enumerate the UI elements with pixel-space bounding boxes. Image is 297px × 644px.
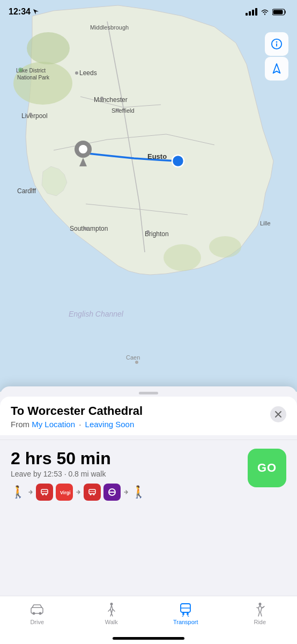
svg-rect-46 xyxy=(39,486,50,498)
svg-rect-45 xyxy=(273,10,283,14)
svg-text:Cardiff: Cardiff xyxy=(17,187,36,195)
drive-tab-icon xyxy=(30,603,44,617)
svg-text:Caen: Caen xyxy=(126,354,140,361)
svg-point-74 xyxy=(258,603,261,605)
destination-header: To Worcester Cathedral From My Location … xyxy=(0,397,297,435)
route-info: 2 hrs 50 min Leave by 12:53 · 0.8 mi wal… xyxy=(0,440,297,509)
virgin-trains-badge: Virgin xyxy=(56,484,73,501)
svg-point-2 xyxy=(27,32,70,64)
go-button[interactable]: GO xyxy=(248,449,286,487)
my-location-link[interactable]: My Location xyxy=(32,420,75,429)
svg-text:Southampton: Southampton xyxy=(70,225,108,232)
svg-text:Lille: Lille xyxy=(260,220,271,226)
svg-text:Sheffield: Sheffield xyxy=(112,107,135,114)
arrow-icon-2 xyxy=(76,489,81,495)
destination-title: To Worcester Cathedral xyxy=(11,404,143,418)
svg-point-38 xyxy=(29,188,33,191)
route-icons-row: 🚶 xyxy=(11,484,238,501)
svg-text:Middlesbrough: Middlesbrough xyxy=(90,24,129,31)
tab-walk[interactable]: Walk xyxy=(75,601,149,625)
svg-point-40 xyxy=(146,230,150,233)
info-button[interactable] xyxy=(265,32,288,56)
arrow-icon-3 xyxy=(123,489,129,495)
svg-point-34 xyxy=(75,71,78,75)
svg-point-70 xyxy=(187,613,189,615)
svg-line-73 xyxy=(188,616,189,617)
location-arrow-icon xyxy=(33,9,39,15)
route-details: Leave by 12:53 · 0.8 mi walk xyxy=(11,470,238,478)
route-duration: 2 hrs 50 min xyxy=(11,449,238,469)
wifi-icon xyxy=(261,9,269,15)
location-button[interactable] xyxy=(265,57,288,80)
svg-text:Manchester: Manchester xyxy=(94,96,128,104)
svg-point-36 xyxy=(116,108,120,112)
svg-text:Liverpool: Liverpool xyxy=(21,112,48,120)
home-indicator xyxy=(113,637,184,640)
svg-text:English Channel: English Channel xyxy=(69,310,124,318)
transport-tab-label: Transport xyxy=(173,619,198,625)
walk-tab-icon xyxy=(105,603,118,617)
status-time: 12:34 xyxy=(9,7,39,17)
drag-handle xyxy=(139,392,158,394)
transport-tab-icon xyxy=(179,603,192,617)
svg-point-65 xyxy=(39,612,42,615)
tab-transport[interactable]: Transport xyxy=(148,601,223,625)
walk-tab-label: Walk xyxy=(105,619,118,625)
status-icons xyxy=(246,8,286,16)
svg-point-43 xyxy=(277,42,277,42)
svg-text:Virgin: Virgin xyxy=(60,490,70,495)
drive-tab-label: Drive xyxy=(30,619,44,625)
svg-point-17 xyxy=(172,155,184,167)
ride-tab-icon xyxy=(253,603,267,617)
svg-line-72 xyxy=(182,616,183,617)
leaving-soon-link[interactable]: Leaving Soon xyxy=(85,420,135,429)
tab-drive[interactable]: Drive xyxy=(0,601,75,625)
walk-start-icon: 🚶 xyxy=(11,486,25,498)
signal-bars-icon xyxy=(246,8,257,16)
svg-point-39 xyxy=(84,227,87,230)
tube-badge xyxy=(103,484,121,501)
national-rail-badge-2 xyxy=(84,484,101,501)
svg-text:Eusto: Eusto xyxy=(147,152,167,160)
svg-rect-54 xyxy=(86,486,98,498)
destination-info: To Worcester Cathedral From My Location … xyxy=(11,404,143,429)
national-rail-badge-1 xyxy=(36,484,53,501)
ride-tab-label: Ride xyxy=(254,619,266,625)
map-area[interactable]: Middlesbrough Lake District National Par… xyxy=(0,0,297,392)
svg-point-16 xyxy=(79,145,87,153)
walk-end-icon: 🚶 xyxy=(131,486,146,498)
svg-point-21 xyxy=(18,68,23,72)
svg-text:National Park: National Park xyxy=(17,75,50,80)
svg-point-69 xyxy=(182,613,184,615)
map-buttons xyxy=(265,32,288,80)
svg-point-35 xyxy=(100,97,103,100)
arrow-icon-1 xyxy=(28,489,33,495)
tab-ride[interactable]: Ride xyxy=(223,601,298,625)
destination-subtitle: From My Location · Leaving Soon xyxy=(11,420,143,429)
svg-point-64 xyxy=(33,612,35,615)
svg-point-32 xyxy=(135,361,138,364)
svg-point-3 xyxy=(164,244,201,271)
svg-point-37 xyxy=(29,113,32,116)
svg-text:Leeds: Leeds xyxy=(79,69,97,77)
svg-point-4 xyxy=(209,236,241,258)
bottom-panel: To Worcester Cathedral From My Location … xyxy=(0,386,297,644)
battery-icon xyxy=(272,9,286,16)
status-bar: 12:34 xyxy=(0,0,297,24)
close-button[interactable] xyxy=(270,406,286,422)
